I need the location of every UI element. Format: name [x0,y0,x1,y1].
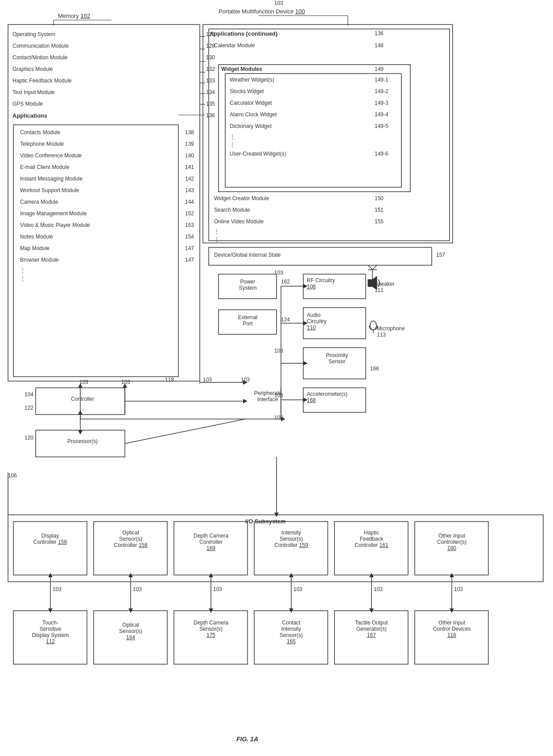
svg-point-88 [370,321,376,330]
browser-label: Browser Module [20,257,59,263]
alarmclock-ref: 149-4 [375,111,388,118]
ref-io-103-6: 103 [454,586,463,592]
ref-103-1: 103 [79,379,88,385]
browser-ref: 147 [185,257,194,263]
widget-creator: Widget Creator Module [214,195,269,201]
controller-label: Controller [40,396,125,402]
im-ref: 142 [185,176,194,182]
optical-sensor-label: OpticalSensor(s)164 [97,622,164,641]
videoconf-label: Video Conference Module [20,152,82,159]
user-created-widget: User-Created Widget(s) [230,151,286,157]
graphics-ref: 132 [206,66,215,72]
calendar-ref: 148 [375,42,384,49]
svg-rect-16 [13,522,87,575]
ref-103-9: 103 [274,392,283,399]
comm-label: Communication Module [12,43,69,49]
dots1: ⋮ [20,267,25,274]
ref-122: 122 [25,405,33,411]
user-created-ref: 149-6 [375,151,388,157]
svg-marker-59 [243,399,248,403]
os-label: Operating System [12,31,55,37]
widget-modules-label: Widget Modules [221,66,262,72]
notes-label: Notes Module [20,234,53,240]
memory-ref: 102 [81,12,91,19]
contacts-label: Contacts Module [20,129,60,136]
widget-creator-ref: 150 [375,195,384,201]
calculator-ref: 149-3 [375,100,388,106]
dictionary-widget: Dictionary Widget [230,123,272,129]
contact-intensity-label: ContactIntensitySensor(s)165 [258,620,325,645]
touch-display-label: Touch-SensitiveDisplay System112 [17,620,84,645]
telephone-ref: 139 [185,141,194,147]
calendar-label: Calendar Module [214,42,255,49]
ref-103-7: 103 [274,0,283,6]
svg-marker-81 [450,573,454,577]
ref-103-3: 118 [165,377,174,383]
antenna-icon [366,263,379,281]
svg-marker-71 [209,608,213,613]
search-ref: 151 [375,207,384,213]
display-ctrl-label: DisplayController 156 [18,533,83,545]
weather-ref: 149-1 [375,77,388,83]
svg-marker-80 [450,608,454,613]
diagram-container: Memory 102 Portable Multifunction Device… [0,0,553,756]
dots2: ⋮ [20,275,25,282]
mic-icon [366,319,381,334]
depth-ctrl-label: Depth CameraController169 [177,533,244,551]
haptic-ref: 133 [206,78,215,84]
imagemgmt-label: Image Management Module [20,210,87,217]
memory-title: Memory 102 [58,12,90,19]
videoplayer-label: Video & Music Player Module [20,222,90,228]
contact-label: Contact/Motion Module [12,54,67,61]
other-input-label: Other InputControl Devices116 [418,620,485,638]
textinput-ref: 134 [206,89,215,95]
ref-io-103-5: 103 [374,586,383,592]
apps-continued-header: Applications (continued) [210,30,277,37]
device-global-ref: 157 [436,252,445,258]
accel-label: Accelerometer(s)168 [307,391,347,403]
calculator-widget: Calculator Widget [230,100,272,106]
gps-label: GPS Module [12,101,43,107]
svg-marker-74 [289,608,293,613]
processor-label: Processor(s) [40,438,125,444]
stocks-widget: Stocks Widget [230,88,264,94]
optical-ctrl-label: OpticalSensor(s)Controller 158 [97,530,164,548]
svg-marker-45 [78,410,83,415]
device-title: Portable Multifunction Device 100 [219,8,305,15]
ref-103-10: 103 [274,415,283,421]
apps-continued-ref: 136 [375,30,384,37]
svg-marker-44 [78,430,83,435]
alarmclock-widget: Alarm Clock Widget [230,111,276,118]
ref-104: 104 [25,391,33,398]
extport-ref: 124 [281,316,290,323]
svg-marker-62 [274,513,279,517]
ref-103-5: 103 [241,377,250,383]
widget-modules-ref: 149 [375,66,384,72]
ref-106: 106 [8,472,17,479]
graphics-label: Graphics Module [12,66,53,72]
ref-103-4: 103 [203,377,212,383]
widget-dots2: ⋮ [230,142,235,148]
io-subsystem-label: I/O Subsystem [245,518,285,525]
other-ctrl-label: Other InputController(s)160 [418,533,485,551]
online-video-ref: 155 [375,218,384,225]
appcont-dots2: ⋮ [214,236,219,242]
ref-103-8: 103 [274,348,283,354]
applications-ref: 136 [206,112,215,119]
ref-103-6: 103 [274,270,283,276]
ref-io-103-3: 103 [213,586,222,592]
map-ref: 147 [185,245,194,251]
ref-io-103-1: 103 [53,586,62,592]
dictionary-ref: 149-5 [375,123,388,129]
rf-label: RF Circuitry108 [307,277,335,290]
svg-marker-77 [369,608,374,613]
power-label: PowerSystem [222,279,273,291]
imagemgmt-ref: 152 [185,210,194,217]
device-global-label: Device/Global Internal State [214,252,281,258]
textinput-label: Text Input Module [12,89,55,95]
map-label: Map Module [20,245,50,251]
ref-io-103-2: 103 [133,586,142,592]
telephone-label: Telephone Module [20,141,64,147]
haptic-ctrl-label: HapticFeedbackController 161 [338,530,405,548]
proximity-ref: 166 [370,366,379,372]
